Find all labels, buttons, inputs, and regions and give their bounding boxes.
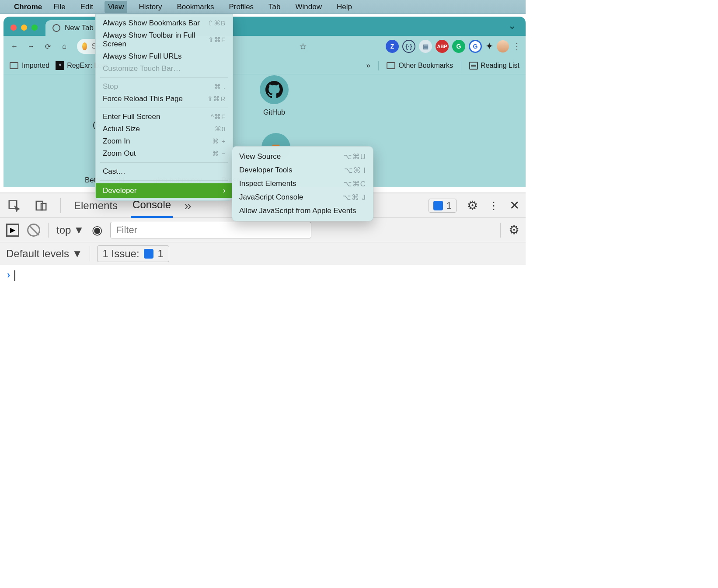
menu-item[interactable]: Always Show Full URLs bbox=[96, 50, 233, 63]
chevron-down-icon: ▼ bbox=[73, 224, 84, 236]
separator bbox=[500, 223, 501, 238]
tab-overflow-button[interactable]: ⌄ bbox=[502, 16, 522, 36]
device-toggle-icon[interactable] bbox=[33, 198, 49, 214]
regexr-icon: * bbox=[56, 61, 64, 70]
submenu-item[interactable]: Developer Tools⌥⌘ I bbox=[232, 164, 373, 177]
clear-console-icon[interactable] bbox=[27, 224, 40, 237]
extension-grammarly-icon[interactable]: G bbox=[452, 40, 465, 53]
menu-item[interactable]: Developer› bbox=[96, 183, 233, 198]
text-cursor bbox=[14, 270, 15, 281]
separator bbox=[48, 223, 49, 238]
shortcut-github[interactable]: GitHub bbox=[260, 75, 289, 116]
minimize-window-button[interactable] bbox=[21, 24, 27, 31]
tab-title: New Tab bbox=[65, 24, 94, 32]
chrome-menu-button[interactable]: ⋮ bbox=[512, 41, 521, 52]
shortcut-label: GitHub bbox=[263, 108, 285, 116]
context-selector[interactable]: top ▼ bbox=[56, 224, 84, 236]
browser-toolbar: ← → ⟳ ⌂ ☆ Z {·} ▤ ABP G G ✦ ⋮ bbox=[3, 36, 526, 57]
console-output[interactable]: › bbox=[0, 265, 526, 326]
back-button[interactable]: ← bbox=[8, 40, 21, 53]
home-button[interactable]: ⌂ bbox=[58, 40, 71, 53]
submenu-item[interactable]: Allow JavaScript from Apple Events bbox=[232, 204, 373, 217]
console-prompt-icon: › bbox=[7, 270, 10, 280]
menu-item[interactable]: Zoom In⌘ + bbox=[96, 135, 233, 147]
bookmarks-bar: Imported * RegExr: Lear » Other Bookmark… bbox=[3, 57, 526, 74]
list-icon bbox=[469, 62, 478, 70]
menu-item: Customize Touch Bar… bbox=[96, 63, 233, 75]
close-devtools-button[interactable]: ✕ bbox=[509, 198, 519, 213]
extension-json-icon[interactable]: {·} bbox=[402, 40, 415, 53]
console-status-bar: Default levels ▼ 1 Issue: 1 bbox=[0, 242, 526, 265]
menu-view[interactable]: View bbox=[105, 1, 128, 13]
window-controls bbox=[7, 24, 41, 36]
forward-button[interactable]: → bbox=[24, 40, 38, 53]
extension-zotero-icon[interactable]: Z bbox=[386, 40, 399, 53]
folder-icon bbox=[10, 62, 18, 69]
menu-item[interactable]: Actual Size⌘0 bbox=[96, 123, 233, 135]
live-expression-icon[interactable]: ◉ bbox=[92, 223, 102, 237]
filter-input[interactable] bbox=[116, 224, 306, 236]
menu-item[interactable]: Enter Full Screen^⌘F bbox=[96, 111, 233, 123]
separator bbox=[90, 246, 90, 261]
issues-indicator[interactable]: 1 Issue: 1 bbox=[97, 245, 169, 262]
extension-adblock-icon[interactable]: ABP bbox=[436, 40, 449, 53]
extension-doc-icon[interactable]: ▤ bbox=[419, 40, 432, 53]
menu-tab[interactable]: Tab bbox=[265, 1, 284, 13]
submenu-item[interactable]: View Source⌥⌘U bbox=[232, 150, 373, 164]
folder-icon bbox=[387, 62, 395, 69]
globe-icon bbox=[52, 24, 60, 32]
extensions-area: Z {·} ▤ ABP G G ✦ ⋮ bbox=[386, 40, 521, 53]
extensions-menu-icon[interactable]: ✦ bbox=[485, 41, 493, 52]
tab-strip: New Tab ⌄ bbox=[3, 17, 526, 36]
devtools-menu-button[interactable]: ⋮ bbox=[488, 200, 499, 212]
developer-submenu: View Source⌥⌘UDeveloper Tools⌥⌘ IInspect… bbox=[232, 146, 373, 221]
issues-badge[interactable]: 1 bbox=[429, 199, 457, 213]
menu-item[interactable]: Zoom Out⌘ − bbox=[96, 147, 233, 160]
console-filter[interactable] bbox=[110, 222, 311, 238]
svg-rect-1 bbox=[36, 201, 43, 210]
bookmark-folder-imported[interactable]: Imported bbox=[10, 62, 49, 70]
menu-file[interactable]: File bbox=[50, 1, 69, 13]
bookmarks-overflow[interactable]: » bbox=[366, 62, 370, 70]
menu-window[interactable]: Window bbox=[292, 1, 325, 13]
bookmark-star-icon[interactable]: ☆ bbox=[299, 41, 307, 52]
zoom-window-button[interactable] bbox=[31, 24, 38, 31]
profile-avatar[interactable] bbox=[497, 40, 509, 52]
menu-item[interactable]: Cast… bbox=[96, 165, 233, 178]
console-toolbar: ▶ top ▼ ◉ ⚙ bbox=[0, 218, 526, 242]
reload-button[interactable]: ⟳ bbox=[41, 40, 54, 53]
other-bookmarks[interactable]: Other Bookmarks bbox=[387, 62, 453, 70]
separator bbox=[60, 198, 61, 213]
log-levels-selector[interactable]: Default levels ▼ bbox=[6, 248, 83, 260]
submenu-item[interactable]: Inspect Elements⌥⌘C bbox=[232, 177, 373, 191]
chat-icon bbox=[144, 249, 153, 259]
inspect-element-icon[interactable] bbox=[6, 198, 22, 214]
svg-rect-2 bbox=[41, 203, 46, 210]
extension-assistant-icon[interactable]: G bbox=[469, 40, 482, 53]
console-settings-icon[interactable]: ⚙ bbox=[509, 223, 519, 237]
settings-gear-icon[interactable]: ⚙ bbox=[467, 198, 478, 213]
submenu-item[interactable]: JavaScript Console⌥⌘ J bbox=[232, 191, 373, 204]
separator bbox=[461, 61, 461, 70]
close-window-button[interactable] bbox=[10, 24, 17, 31]
menu-profiles[interactable]: Profiles bbox=[225, 1, 257, 13]
separator bbox=[378, 61, 379, 70]
menu-help[interactable]: Help bbox=[333, 1, 356, 13]
toggle-drawer-icon[interactable]: ▶ bbox=[6, 224, 19, 237]
chat-icon bbox=[433, 201, 443, 210]
macos-menubar: Chrome File Edit View History Bookmarks … bbox=[0, 0, 526, 14]
menu-bookmarks[interactable]: Bookmarks bbox=[173, 1, 217, 13]
menu-item[interactable]: Always Show Bookmarks Bar⇧⌘B bbox=[96, 17, 233, 29]
menu-edit[interactable]: Edit bbox=[77, 1, 97, 13]
view-menu-dropdown: Always Show Bookmarks Bar⇧⌘BAlways Show … bbox=[95, 14, 233, 201]
menu-item[interactable]: Force Reload This Page⇧⌘R bbox=[96, 93, 233, 105]
site-icon bbox=[82, 42, 87, 50]
reading-list[interactable]: Reading List bbox=[469, 62, 519, 70]
menu-item: Stop⌘ . bbox=[96, 80, 233, 93]
app-name[interactable]: Chrome bbox=[14, 3, 42, 11]
github-icon bbox=[260, 75, 289, 104]
menu-history[interactable]: History bbox=[135, 1, 165, 13]
menu-item[interactable]: Always Show Toolbar in Full Screen⇧⌘F bbox=[96, 29, 233, 50]
